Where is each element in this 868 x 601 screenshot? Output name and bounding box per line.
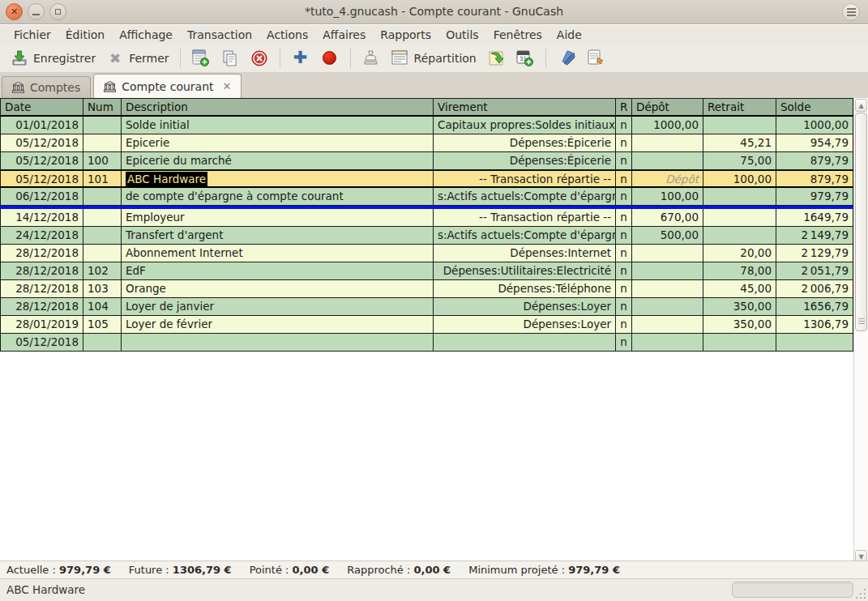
split-button[interactable]: Répartition [386, 46, 481, 70]
cell-transfer[interactable]: -- Transaction répartie -- [434, 209, 616, 226]
cell-r[interactable]: n [616, 316, 632, 333]
cell-date[interactable]: 28/01/2019 [0, 316, 83, 333]
tab-compte-courant[interactable]: Compte courant ✕ [93, 74, 242, 98]
cell-deposit[interactable]: 670,00 [632, 209, 703, 226]
cell-balance[interactable]: 1306,79 [776, 316, 853, 333]
cell-desc[interactable]: ABC Hardware [122, 171, 434, 186]
menu-edition[interactable]: Édition [58, 27, 112, 43]
menu-affichage[interactable]: Affichage [112, 27, 180, 43]
register-row[interactable]: 28/01/2019105Loyer de févrierDépenses:Lo… [0, 316, 853, 334]
cell-transfer[interactable] [434, 334, 616, 351]
cell-deposit[interactable]: 1000,00 [632, 117, 703, 134]
transfer-button[interactable] [481, 46, 511, 70]
jump-button[interactable] [552, 46, 581, 70]
cell-date[interactable]: 28/12/2018 [0, 245, 83, 262]
cell-num[interactable] [83, 334, 122, 351]
close-tab-button[interactable]: ✖ Fermer [100, 46, 173, 70]
cell-num[interactable]: 101 [83, 171, 122, 186]
cell-deposit[interactable] [632, 334, 703, 351]
cell-date[interactable]: 05/12/2018 [0, 152, 83, 169]
app-menu-button[interactable] [842, 3, 860, 21]
cell-date[interactable]: 14/12/2018 [0, 209, 83, 226]
col-solde[interactable]: Solde [776, 99, 853, 115]
cell-deposit[interactable]: 100,00 [632, 188, 703, 205]
cell-withdrawal[interactable] [703, 209, 776, 226]
cell-date[interactable]: 24/12/2018 [0, 227, 83, 244]
cell-date[interactable]: 05/12/2018 [0, 171, 83, 186]
cell-r[interactable]: n [616, 334, 632, 351]
duplicate-button[interactable] [216, 46, 245, 70]
save-button[interactable]: Enregistrer [5, 46, 100, 70]
cell-balance[interactable]: 879,79 [776, 152, 853, 169]
cell-transfer[interactable]: Dépenses:Épicerie [434, 134, 616, 151]
cell-transfer[interactable]: s:Actifs actuels:Compte d'épargne [434, 227, 616, 244]
cell-r[interactable]: n [616, 262, 632, 279]
cell-withdrawal[interactable]: 20,00 [703, 245, 776, 262]
cell-date[interactable]: 28/12/2018 [0, 298, 83, 315]
col-num[interactable]: Num [83, 99, 122, 115]
cell-deposit[interactable] [632, 245, 703, 262]
cell-withdrawal[interactable]: 100,00 [703, 171, 776, 186]
cell-balance[interactable]: 979,79 [776, 188, 853, 205]
cell-num[interactable]: 105 [83, 316, 122, 333]
cell-r[interactable]: n [616, 227, 632, 244]
register-row[interactable]: 28/12/2018104Loyer de janvierDépenses:Lo… [0, 298, 853, 316]
cell-r[interactable]: n [616, 171, 632, 186]
col-depot[interactable]: Dépôt [632, 99, 703, 115]
register-row[interactable]: 28/12/2018Abonnement InternetDépenses:In… [0, 245, 853, 262]
cell-desc[interactable] [122, 334, 434, 351]
col-date[interactable]: Date [0, 99, 83, 115]
register-row[interactable]: 24/12/2018Transfert d'argents:Actifs act… [0, 227, 853, 245]
cell-num[interactable] [83, 188, 122, 205]
cell-date[interactable]: 06/12/2018 [0, 188, 83, 205]
cell-desc[interactable]: Epicerie [122, 134, 434, 151]
cell-deposit[interactable] [632, 134, 703, 151]
cell-desc[interactable]: Loyer de janvier [122, 298, 434, 315]
cell-balance[interactable] [776, 334, 853, 351]
col-r[interactable]: R [616, 99, 632, 115]
cell-balance[interactable]: 954,79 [776, 134, 853, 151]
tab-close-icon[interactable]: ✕ [223, 80, 232, 92]
cell-num[interactable] [83, 245, 122, 262]
register-row[interactable]: 05/12/2018101ABC Hardware-- Transaction … [0, 170, 853, 188]
cell-r[interactable]: n [616, 134, 632, 151]
register-row[interactable]: 05/12/2018100Epicerie du marchéDépenses:… [0, 152, 853, 170]
tab-comptes[interactable]: Comptes [2, 76, 91, 98]
cell-balance[interactable]: 2 006,79 [776, 280, 853, 297]
menu-fichier[interactable]: Fichier [6, 27, 58, 43]
register-row[interactable]: 28/12/2018102EdFDépenses:Utilitaires:Ele… [0, 262, 853, 280]
cell-withdrawal[interactable] [703, 334, 776, 351]
cell-withdrawal[interactable] [703, 117, 776, 134]
cell-r[interactable]: n [616, 298, 632, 315]
cell-balance[interactable]: 879,79 [776, 171, 853, 186]
cell-date[interactable]: 28/12/2018 [0, 262, 83, 279]
cell-desc[interactable]: Employeur [122, 209, 434, 226]
cell-desc[interactable]: Solde initial [122, 117, 434, 134]
cell-withdrawal[interactable]: 45,00 [703, 280, 776, 297]
cell-withdrawal[interactable]: 350,00 [703, 316, 776, 333]
cell-desc[interactable]: Orange [122, 280, 434, 297]
cell-desc[interactable]: Epicerie du marché [122, 152, 434, 169]
cell-num[interactable] [83, 227, 122, 244]
cell-deposit[interactable]: Dépôt [632, 171, 703, 186]
menu-outils[interactable]: Outils [438, 27, 485, 43]
cell-balance[interactable]: 1000,00 [776, 117, 853, 134]
cell-deposit[interactable] [632, 262, 703, 279]
cell-date[interactable]: 28/12/2018 [0, 280, 83, 297]
cell-balance[interactable]: 2 129,79 [776, 245, 853, 262]
schedule-button[interactable]: 31 [511, 46, 540, 70]
cell-num[interactable]: 102 [83, 262, 122, 279]
cell-transfer[interactable]: Capitaux propres:Soldes initiaux [434, 117, 616, 134]
cell-withdrawal[interactable]: 75,00 [703, 152, 776, 169]
cell-transfer[interactable]: Dépenses:Épicerie [434, 152, 616, 169]
enter-transaction-button[interactable]: ✚ [286, 46, 315, 70]
cell-desc[interactable]: EdF [122, 262, 434, 279]
resize-grip-icon[interactable] [855, 588, 866, 599]
cell-num[interactable]: 103 [83, 280, 122, 297]
blank-transaction-button[interactable] [581, 46, 610, 70]
col-virement[interactable]: Virement [434, 99, 616, 115]
cell-num[interactable]: 104 [83, 298, 122, 315]
cell-transfer[interactable]: Dépenses:Téléphone [434, 280, 616, 297]
cell-num[interactable] [83, 117, 122, 134]
cell-date[interactable]: 01/01/2018 [0, 117, 83, 134]
